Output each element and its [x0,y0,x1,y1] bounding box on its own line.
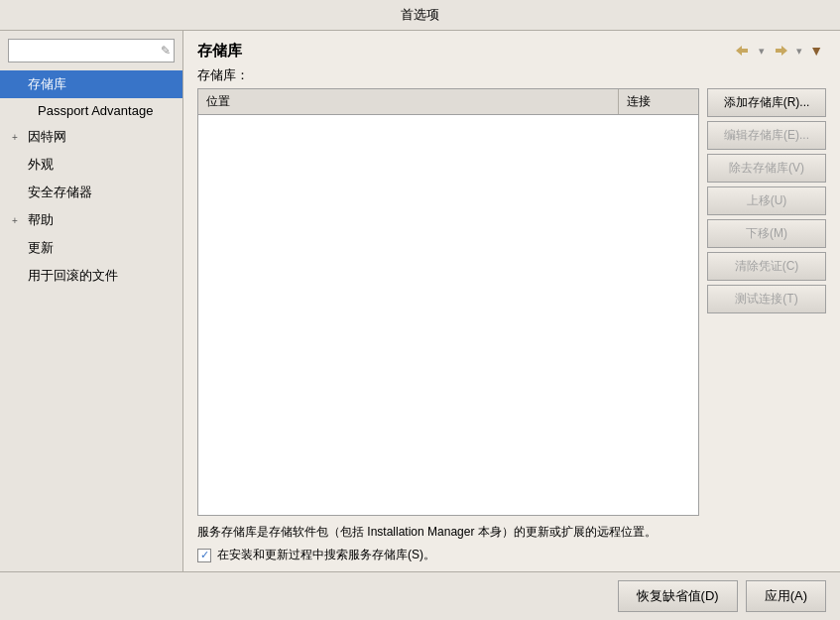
sidebar-item-secure-storage[interactable]: 安全存储器 [0,179,182,206]
sidebar-label-appearance: 外观 [28,156,54,174]
sidebar-item-rollback[interactable]: 用于回滚的文件 [0,262,182,290]
repo-table-body[interactable] [198,115,698,515]
repo-label: 存储库： [197,66,826,84]
sidebar-label-passport: Passport Advantage [38,103,153,118]
sidebar-label-firewall: 因特网 [28,128,66,146]
checkbox-row: 在安装和更新过程中搜索服务存储库(S)。 [197,547,826,563]
sidebar-label-updates: 更新 [28,239,54,257]
sidebar-label-secure-storage: 安全存储器 [28,184,92,201]
content-area: 存储库 ▾ ▾ ▼ 存储库： [183,31,840,571]
window-title: 首选项 [401,7,439,22]
search-wrapper: ✎ [8,39,175,62]
apply-button[interactable]: 应用(A) [746,580,826,612]
checkbox-label: 在安装和更新过程中搜索服务存储库(S)。 [217,547,435,563]
repo-table: 位置 连接 [197,88,699,516]
move-up-button[interactable]: 上移(U) [707,186,826,215]
search-repo-checkbox[interactable] [197,549,211,562]
remove-repo-button[interactable]: 除去存储库(V) [707,154,826,183]
menu-dropdown[interactable]: ▼ [806,41,826,61]
forward-button[interactable] [769,42,792,60]
main-container: ✎ 存储库 Passport Advantage + 因特网 外观 安 [0,31,840,571]
content-footer: 服务存储库是存储软件包（包括 Installation Manager 本身）的… [183,516,840,571]
repo-buttons: 添加存储库(R)... 编辑存储库(E)... 除去存储库(V) 上移(U) 下… [707,88,826,516]
back-dropdown[interactable]: ▾ [757,43,767,60]
content-header: 存储库 ▾ ▾ ▼ [183,31,840,66]
content-title: 存储库 [197,42,242,61]
restore-defaults-button[interactable]: 恢复缺省值(D) [618,580,738,612]
sidebar-label-repo: 存储库 [28,75,66,93]
toolbar-icons: ▾ ▾ ▼ [731,41,826,61]
clear-cred-button[interactable]: 清除凭证(C) [707,252,826,281]
back-icon [735,44,751,58]
col-location: 位置 [198,89,619,114]
svg-marker-1 [776,46,787,56]
svg-marker-0 [736,46,748,56]
expand-icon-firewall: + [12,132,24,143]
sidebar-item-firewall[interactable]: + 因特网 [0,123,182,151]
repo-section: 存储库： 位置 连接 添加存储库(R)... 编辑存储库(E)... [183,66,840,516]
sidebar-item-repo[interactable]: 存储库 [0,70,182,98]
test-conn-button[interactable]: 测试连接(T) [707,285,826,313]
sidebar-label-help: 帮助 [28,211,54,229]
forward-icon [773,44,788,58]
back-button[interactable] [731,42,755,60]
sidebar: ✎ 存储库 Passport Advantage + 因特网 外观 安 [0,31,183,571]
footer-description: 服务存储库是存储软件包（包括 Installation Manager 本身）的… [197,524,826,541]
edit-repo-button[interactable]: 编辑存储库(E)... [707,121,826,150]
search-container: ✎ [0,31,182,70]
sidebar-item-help[interactable]: + 帮助 [0,206,182,234]
sidebar-item-passport[interactable]: Passport Advantage [0,98,182,123]
search-input[interactable] [8,39,175,62]
expand-icon-help: + [12,215,24,226]
repo-table-header: 位置 连接 [198,89,698,115]
sidebar-item-appearance[interactable]: 外观 [0,151,182,179]
add-repo-button[interactable]: 添加存储库(R)... [707,88,826,117]
sidebar-label-rollback: 用于回滚的文件 [28,267,118,285]
bottom-bar: 恢复缺省值(D) 应用(A) [0,571,840,620]
move-down-button[interactable]: 下移(M) [707,219,826,248]
repo-layout: 位置 连接 添加存储库(R)... 编辑存储库(E)... 除去存储库(V) 上… [197,88,826,516]
title-bar: 首选项 [0,0,840,31]
forward-dropdown[interactable]: ▾ [794,43,804,60]
col-connection: 连接 [619,89,698,114]
sidebar-item-updates[interactable]: 更新 [0,234,182,262]
sidebar-nav: 存储库 Passport Advantage + 因特网 外观 安全存储器 + … [0,70,182,571]
